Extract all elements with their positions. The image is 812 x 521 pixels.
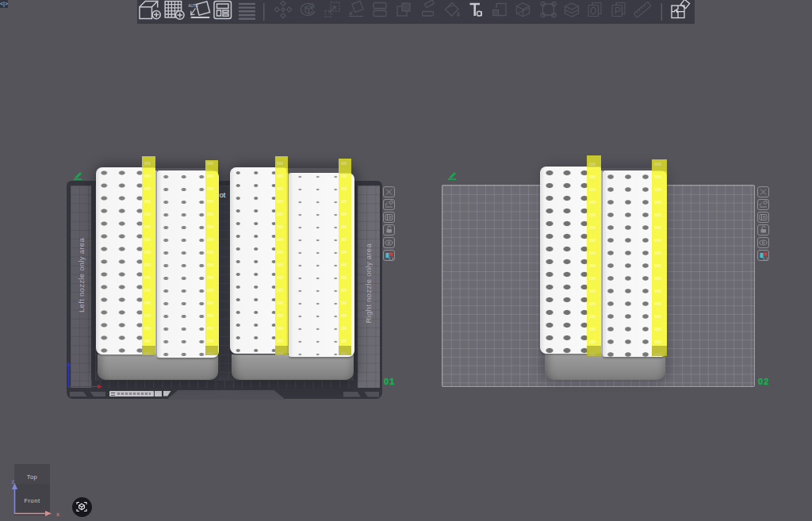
svg-text:x: x xyxy=(56,511,59,518)
svg-text:AUTO: AUTO xyxy=(189,4,199,8)
svg-text:z: z xyxy=(12,478,15,485)
